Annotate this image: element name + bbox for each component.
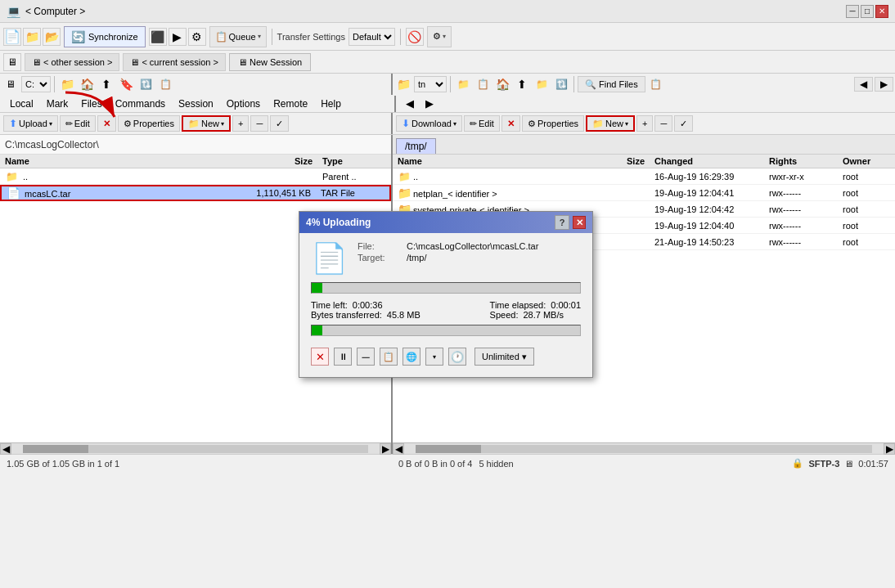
col-type-header[interactable]: Type xyxy=(317,156,391,166)
left-file-row-parent[interactable]: 📁 .. Parent .. xyxy=(0,168,391,185)
right-edit-button[interactable]: ✏ Edit xyxy=(464,115,500,132)
left-icon-7[interactable]: 📋 xyxy=(156,75,174,93)
forward-button[interactable]: ▶ xyxy=(875,77,893,92)
transfer-settings-select[interactable]: Default xyxy=(349,28,395,46)
right-icon-1[interactable]: 📁 xyxy=(454,75,472,93)
right-nav-icon[interactable]: ▶ xyxy=(421,95,439,113)
dialog-cancel-button[interactable]: ✕ xyxy=(311,348,329,366)
right-col-size-header[interactable]: Size xyxy=(576,156,650,166)
right-icon-2[interactable]: 📋 xyxy=(474,75,492,93)
left-icon-6[interactable]: 🔃 xyxy=(137,75,155,93)
right-scrollbar[interactable]: ◀ ▶ xyxy=(393,442,895,454)
menu-help[interactable]: Help xyxy=(314,96,348,112)
right-plus-button[interactable]: + xyxy=(636,115,653,132)
synchronize-button[interactable]: 🔄 Synchronize xyxy=(64,26,146,47)
right-minus-button[interactable]: ─ xyxy=(654,115,672,132)
dialog-network-button[interactable]: 🌐 xyxy=(403,348,421,366)
left-edit-button[interactable]: ✏ Edit xyxy=(60,115,96,132)
right-scroll-left-btn[interactable]: ◀ xyxy=(393,443,404,455)
left-icon-1[interactable]: 🖥 xyxy=(2,75,20,93)
right-icon-6[interactable]: 📋 xyxy=(647,75,665,93)
right-file-row-netplan[interactable]: 📁netplan_< identifier > 19-Aug-19 12:04:… xyxy=(393,185,895,201)
toolbar-icon-7[interactable]: 🚫 xyxy=(406,28,424,46)
left-check-button[interactable]: ✓ xyxy=(270,115,289,132)
left-delete-button[interactable]: ✕ xyxy=(97,115,116,132)
left-icon-5[interactable]: 🔖 xyxy=(117,75,135,93)
right-icon-3[interactable]: ⬆ xyxy=(513,75,531,93)
right-properties-button[interactable]: ⚙ Properties xyxy=(522,115,584,132)
toolbar-icon-1[interactable]: 📄 xyxy=(3,28,21,46)
minimize-button[interactable]: ─ xyxy=(846,5,859,18)
right-path-tab[interactable]: /tmp/ xyxy=(396,138,436,154)
menu-local[interactable]: Local xyxy=(3,96,40,112)
menu-files[interactable]: Files xyxy=(74,96,108,112)
root-icon[interactable]: 🏠 xyxy=(78,75,96,93)
toolbar-icon-2[interactable]: 📁 xyxy=(23,28,41,46)
col-size-header[interactable]: Size xyxy=(244,156,317,166)
current-session-button[interactable]: 🖥 < current session > xyxy=(123,53,226,71)
upload-button[interactable]: ⬆ Upload ▾ xyxy=(3,115,58,132)
left-scroll-track[interactable] xyxy=(23,445,368,453)
right-edit-icon: ✏ xyxy=(470,119,477,129)
left-new-button[interactable]: 📁 New ▾ xyxy=(182,115,231,132)
folder-up-icon[interactable]: 📁 xyxy=(58,75,76,93)
dialog-help-button[interactable]: ? xyxy=(555,215,569,230)
left-icon-4[interactable]: ⬆ xyxy=(97,75,115,93)
dialog-pause-button[interactable]: ⏸ xyxy=(334,348,352,366)
left-file-row-tar[interactable]: 📄 mcasLC.tar 1,110,451 KB TAR File xyxy=(0,185,391,201)
right-scroll-thumb[interactable] xyxy=(416,445,481,453)
right-scroll-right-btn[interactable]: ▶ xyxy=(884,443,895,455)
toolbar-icon-4[interactable]: ⬛ xyxy=(149,28,167,46)
menu-session[interactable]: Session xyxy=(172,96,220,112)
menu-mark[interactable]: Mark xyxy=(40,96,75,112)
upload-icon: ⬆ xyxy=(9,118,17,129)
new-session-button[interactable]: 🖥 New Session xyxy=(229,53,311,71)
dialog-close-button[interactable]: ✕ xyxy=(573,216,586,229)
queue-button[interactable]: 📋 Queue ▾ xyxy=(209,26,267,47)
maximize-button[interactable]: □ xyxy=(861,5,874,18)
back-button[interactable]: ◀ xyxy=(854,77,873,92)
drive-select[interactable]: C: xyxy=(21,76,51,92)
right-delete-button[interactable]: ✕ xyxy=(501,115,520,132)
toolbar-icon-5[interactable]: ▶ xyxy=(169,28,187,46)
right-file-row-parent[interactable]: 📁.. 16-Aug-19 16:29:39 rwxr-xr-x root xyxy=(393,168,895,185)
col-name-header[interactable]: Name xyxy=(0,156,244,166)
menu-commands[interactable]: Commands xyxy=(109,96,172,112)
left-scrollbar[interactable]: ◀ ▶ xyxy=(0,442,391,454)
download-button[interactable]: ⬇ Download ▾ xyxy=(396,115,462,132)
right-col-name-header[interactable]: Name xyxy=(393,156,576,166)
right-icon-4[interactable]: 📁 xyxy=(533,75,551,93)
dialog-copy-button[interactable]: 📋 xyxy=(380,348,398,366)
right-icon-5[interactable]: 🔃 xyxy=(552,75,570,93)
left-properties-button[interactable]: ⚙ Properties xyxy=(118,115,180,132)
left-scroll-thumb[interactable] xyxy=(23,445,88,453)
toolbar-icon-8[interactable]: ⚙ ▾ xyxy=(427,26,452,47)
right-home-icon[interactable]: 🏠 xyxy=(493,75,511,93)
toolbar-icon-6[interactable]: ⚙ xyxy=(188,28,206,46)
right-drive-select[interactable]: tn xyxy=(414,76,447,92)
left-plus-button[interactable]: + xyxy=(232,115,249,132)
find-files-button[interactable]: 🔍 Find Files xyxy=(578,76,645,92)
right-scroll-track[interactable] xyxy=(416,445,872,453)
menu-options[interactable]: Options xyxy=(220,96,267,112)
left-nav-icon[interactable]: ◀ xyxy=(401,95,419,113)
close-button[interactable]: ✕ xyxy=(875,5,888,18)
right-new-button[interactable]: 📁 New ▾ xyxy=(586,115,635,132)
left-minus-button[interactable]: ─ xyxy=(250,115,268,132)
right-col-changed-header[interactable]: Changed xyxy=(650,156,764,166)
session-icon-1[interactable]: 🖥 xyxy=(3,53,21,71)
dialog-dropdown-btn[interactable]: ▾ xyxy=(425,348,443,366)
right-col-rights-header[interactable]: Rights xyxy=(764,156,838,166)
toolbar-icon-3[interactable]: 📂 xyxy=(43,28,61,46)
elapsed-value: 0:00:01 xyxy=(551,300,581,310)
unlimited-button[interactable]: Unlimited ▾ xyxy=(474,348,534,366)
right-col-owner-header[interactable]: Owner xyxy=(838,156,895,166)
menu-remote[interactable]: Remote xyxy=(267,96,314,112)
right-check-button[interactable]: ✓ xyxy=(674,115,693,132)
dialog-clock-button[interactable]: 🕐 xyxy=(448,348,466,366)
other-session-button[interactable]: 🖥 < other session > xyxy=(25,53,119,71)
scroll-left-btn[interactable]: ◀ xyxy=(0,443,11,455)
right-nav-folder[interactable]: 📁 xyxy=(394,75,412,93)
dialog-minimize-button[interactable]: ─ xyxy=(357,348,375,366)
scroll-right-btn[interactable]: ▶ xyxy=(380,443,391,455)
